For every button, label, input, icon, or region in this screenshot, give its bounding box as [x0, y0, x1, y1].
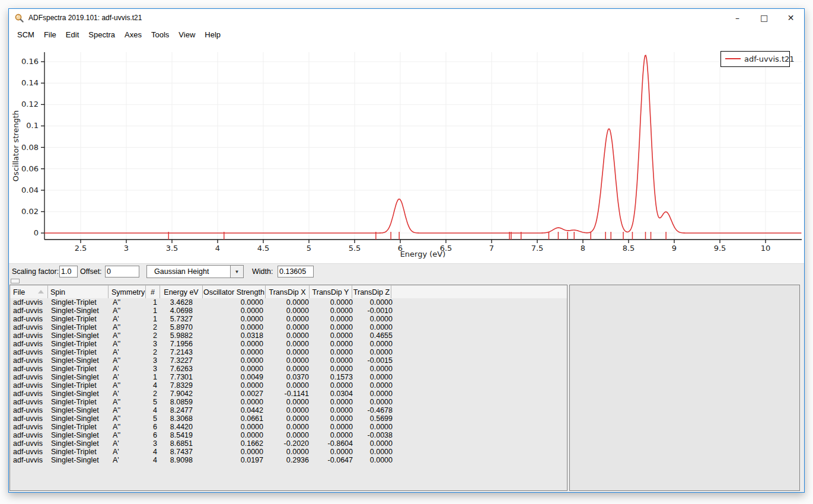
- cell-transdip-x: 0.0000: [269, 315, 314, 323]
- cell-symmetry: A': [110, 456, 148, 464]
- cell-transdip-y: 0.0000: [314, 356, 357, 365]
- cell-symmetry: A'': [110, 307, 148, 315]
- table-row[interactable]: adf-uvvisSinglet-SingletA'38.68510.1662-…: [10, 439, 567, 448]
- table-row[interactable]: adf-uvvisSinglet-SingletA''68.54190.0000…: [10, 431, 567, 439]
- cell-energy-ev: 3.4628: [162, 298, 206, 307]
- table-row[interactable]: adf-uvvisSinglet-TripletA'48.74370.00000…: [10, 448, 567, 456]
- cell-transdip-z: 0.5699: [357, 414, 397, 423]
- cell-file: adf-uvvis: [10, 448, 49, 456]
- table-row[interactable]: adf-uvvisSinglet-TripletA'27.21430.00000…: [10, 348, 567, 356]
- chevron-down-icon[interactable]: ▼: [231, 265, 244, 278]
- cell-file: adf-uvvis: [10, 423, 49, 431]
- menu-item-tools[interactable]: Tools: [146, 28, 174, 41]
- table-row[interactable]: adf-uvvisSinglet-TripletA''37.19560.0000…: [10, 340, 567, 348]
- table-row[interactable]: adf-uvvisSinglet-SingletA''48.24770.0442…: [10, 406, 567, 414]
- peak-shape-value[interactable]: Gaussian Height: [146, 265, 231, 278]
- table-row[interactable]: adf-uvvisSinglet-SingletA''37.32270.0000…: [10, 356, 567, 365]
- cell-transdip-z: 0.0000: [357, 390, 397, 398]
- cell-transdip-x: 0.0000: [269, 323, 314, 331]
- svg-text:3: 3: [124, 244, 129, 253]
- table-row[interactable]: adf-uvvisSinglet-SingletA''25.98820.0318…: [10, 331, 567, 340]
- menu-item-help[interactable]: Help: [200, 28, 225, 41]
- cell-spin: Singlet-Singlet: [49, 307, 110, 315]
- column-header-transdip-z[interactable]: TransDip Z: [352, 285, 391, 298]
- offset-input[interactable]: [105, 266, 139, 277]
- cell-spin: Singlet-Singlet: [49, 439, 110, 448]
- column-header-transdip-y[interactable]: TransDip Y: [310, 285, 352, 298]
- table-row[interactable]: adf-uvvisSinglet-TripletA''47.83290.0000…: [10, 381, 567, 390]
- scaling-factor-input[interactable]: [59, 266, 78, 277]
- svg-text:0.04: 0.04: [21, 186, 39, 194]
- transitions-table: FileSpinSymmetry#Energy eVOscillator Str…: [9, 285, 567, 491]
- column-header-energy-ev[interactable]: Energy eV: [160, 285, 203, 298]
- bottom-area: FileSpinSymmetry#Energy eVOscillator Str…: [9, 284, 804, 492]
- column-header-spin[interactable]: Spin: [48, 285, 109, 298]
- cell-energy-ev: 7.3227: [162, 356, 206, 365]
- svg-text:0.1: 0.1: [26, 121, 39, 130]
- table-row[interactable]: adf-uvvisSinglet-SingletA'48.90980.01970…: [10, 456, 567, 464]
- column-header-symmetry[interactable]: Symmetry: [109, 285, 146, 298]
- menu-item-edit[interactable]: Edit: [61, 28, 84, 41]
- cell-file: adf-uvvis: [10, 331, 49, 340]
- spectrum-plot[interactable]: 2.533.544.555.566.577.588.599.51000.020.…: [9, 42, 804, 263]
- column-header-transdip-x[interactable]: TransDip X: [266, 285, 310, 298]
- cell-symmetry: A'': [110, 340, 148, 348]
- cell-oscillator-strength: 0.0000: [206, 315, 269, 323]
- cell-file: adf-uvvis: [10, 315, 49, 323]
- column-header-oscillator-strength[interactable]: Oscillator Strength: [203, 285, 266, 298]
- table-row[interactable]: adf-uvvisSinglet-SingletA'17.73010.00490…: [10, 373, 567, 381]
- table-body: adf-uvvisSinglet-TripletA''13.46280.0000…: [10, 298, 567, 464]
- svg-text:10: 10: [761, 244, 771, 253]
- close-button[interactable]: ✕: [777, 9, 804, 26]
- minimize-button[interactable]: –: [724, 9, 751, 26]
- cell-file: adf-uvvis: [10, 373, 49, 381]
- app-window: ADFspectra 2019.101: adf-uvvis.t21 – □ ✕…: [8, 8, 805, 493]
- table-row[interactable]: adf-uvvisSinglet-TripletA'37.62630.00000…: [10, 365, 567, 373]
- cell-energy-ev: 7.8329: [162, 381, 206, 390]
- cell--: 4: [148, 456, 162, 464]
- column-header--[interactable]: #: [146, 285, 160, 298]
- table-row[interactable]: adf-uvvisSinglet-TripletA''25.89700.0000…: [10, 323, 567, 331]
- table-row[interactable]: adf-uvvisSinglet-TripletA''13.46280.0000…: [10, 298, 567, 307]
- cell-file: adf-uvvis: [10, 348, 49, 356]
- menu-item-axes[interactable]: Axes: [120, 28, 146, 41]
- cell-energy-ev: 7.2143: [162, 348, 206, 356]
- table-row[interactable]: adf-uvvisSinglet-SingletA'27.90420.0027-…: [10, 390, 567, 398]
- cell-file: adf-uvvis: [10, 431, 49, 439]
- cell-transdip-y: 0.0000: [314, 307, 357, 315]
- cell-transdip-y: 0.0000: [314, 340, 357, 348]
- cell--: 3: [148, 340, 162, 348]
- svg-text:0.14: 0.14: [21, 78, 39, 87]
- sash-handle-icon[interactable]: [11, 279, 20, 283]
- cell-transdip-y: 0.0000: [314, 298, 357, 307]
- cell--: 2: [148, 348, 162, 356]
- table-row[interactable]: adf-uvvisSinglet-SingletA''14.06980.0000…: [10, 307, 567, 315]
- menu-item-spectra[interactable]: Spectra: [84, 28, 120, 41]
- width-input[interactable]: [278, 266, 314, 277]
- cell--: 1: [148, 298, 162, 307]
- y-axis-label: Oscillator strength: [11, 110, 20, 181]
- width-label: Width:: [252, 267, 273, 276]
- cell-transdip-y: 0.0000: [314, 448, 357, 456]
- peak-shape-combobox[interactable]: Gaussian Height ▼: [146, 265, 244, 278]
- cell-spin: Singlet-Triplet: [49, 398, 110, 406]
- title-bar[interactable]: ADFspectra 2019.101: adf-uvvis.t21 – □ ✕: [9, 9, 804, 27]
- menu-item-scm[interactable]: SCM: [12, 28, 39, 41]
- maximize-button[interactable]: □: [751, 9, 777, 26]
- table-row[interactable]: adf-uvvisSinglet-TripletA''58.08590.0000…: [10, 398, 567, 406]
- column-header-file[interactable]: File: [10, 285, 48, 298]
- cell--: 5: [148, 414, 162, 423]
- cell-transdip-z: 0.0000: [357, 323, 397, 331]
- cell-transdip-z: 0.0000: [357, 398, 397, 406]
- cell-spin: Singlet-Triplet: [49, 323, 110, 331]
- table-row[interactable]: adf-uvvisSinglet-TripletA''68.44200.0000…: [10, 423, 567, 431]
- table-row[interactable]: adf-uvvisSinglet-SingletA''58.30680.0661…: [10, 414, 567, 423]
- cell-transdip-z: 0.0000: [357, 340, 397, 348]
- cell-spin: Singlet-Singlet: [49, 390, 110, 398]
- table-row[interactable]: adf-uvvisSinglet-TripletA'15.73270.00000…: [10, 315, 567, 323]
- cell-transdip-z: 0.0000: [357, 456, 397, 464]
- menu-item-view[interactable]: View: [174, 28, 200, 41]
- menu-item-file[interactable]: File: [39, 28, 61, 41]
- cell-transdip-x: 0.0000: [269, 448, 314, 456]
- paned-sash[interactable]: [9, 279, 804, 284]
